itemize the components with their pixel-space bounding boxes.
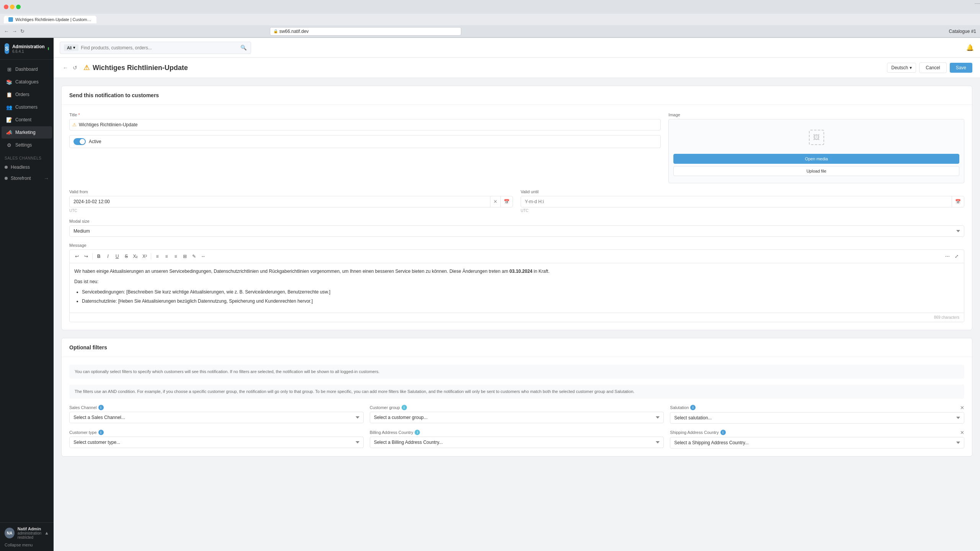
subscript-button[interactable]: X₂: [131, 252, 140, 261]
search-type-button[interactable]: All ▾: [64, 44, 78, 51]
active-toggle[interactable]: [74, 138, 86, 145]
link-button[interactable]: ✎: [190, 252, 198, 261]
sidebar-item-dashboard[interactable]: ⊞ Dashboard: [2, 63, 52, 75]
filter-info-1: You can optionally select filters to spe…: [69, 365, 964, 379]
search-input[interactable]: [81, 45, 238, 51]
shipping-country-label-row: Shipping Address Country i ✕: [670, 430, 964, 435]
top-bar-actions: 🔔: [966, 44, 974, 51]
sidebar-item-marketing[interactable]: 📣 Marketing: [2, 126, 52, 139]
billing-country-group: Billing Address Country i Select a Billi…: [370, 430, 664, 448]
redo-button[interactable]: ↪: [82, 252, 90, 261]
salutation-remove-button[interactable]: ✕: [960, 405, 964, 411]
language-selector[interactable]: Deutsch ▾: [887, 63, 916, 73]
table-button[interactable]: ⊞: [181, 252, 189, 261]
sidebar-item-settings[interactable]: ⚙ Settings: [2, 139, 52, 151]
customer-type-select[interactable]: Select customer type...: [69, 437, 364, 448]
image-label: Image: [668, 112, 964, 117]
valid-from-hint: UTC: [69, 209, 513, 213]
title-label: Title *: [69, 112, 661, 117]
salutation-info-icon: i: [690, 405, 696, 410]
undo-button[interactable]: ↩: [73, 252, 81, 261]
chevron-down-icon: ▾: [910, 65, 912, 70]
sidebar-item-content[interactable]: 📝 Content: [2, 114, 52, 126]
active-tab[interactable]: Wichtiges Richtlinien-Update | Customer …: [4, 16, 96, 23]
toolbar-separator-2: [151, 253, 151, 259]
avatar: NA: [5, 528, 15, 538]
active-toggle-row: Active: [69, 135, 661, 148]
close-window-button[interactable]: [4, 5, 8, 9]
bold-button[interactable]: B: [95, 252, 103, 261]
forward-nav-button[interactable]: ↺: [71, 64, 79, 72]
date-picker-button[interactable]: 📅: [500, 196, 513, 207]
billing-country-label-row: Billing Address Country i: [370, 430, 664, 435]
sidebar-item-storefront[interactable]: Storefront →: [0, 173, 54, 184]
title-input[interactable]: [69, 119, 661, 130]
salutation-select[interactable]: Select salutation...: [670, 412, 964, 424]
filter-info-2: The filters use an AND condition. For ex…: [69, 385, 964, 399]
toggle-knob: [80, 139, 85, 144]
app-logo: S: [5, 43, 9, 54]
collapse-menu-button[interactable]: Collapse menu: [5, 543, 49, 547]
sidebar-footer: NA Natif Admin administration restricted…: [0, 522, 54, 551]
italic-button[interactable]: I: [104, 252, 112, 261]
shipping-country-remove-button[interactable]: ✕: [960, 430, 964, 435]
sales-channel-label: Sales Channel: [69, 405, 97, 410]
sales-channel-select[interactable]: Select a Sales Channel...: [69, 412, 364, 423]
sidebar-item-catalogues[interactable]: 📚 Catalogues: [2, 76, 52, 88]
superscript-button[interactable]: X²: [140, 252, 149, 261]
maximize-window-button[interactable]: [16, 5, 21, 9]
sales-channel-label-row: Sales Channel i: [69, 405, 364, 410]
warning-icon-small: ⚠: [72, 122, 77, 127]
date-picker-until-button[interactable]: 📅: [952, 196, 964, 207]
shipping-country-select[interactable]: Select a Shipping Address Country...: [670, 437, 964, 448]
window-controls[interactable]: [4, 5, 21, 9]
underline-button[interactable]: U: [113, 252, 121, 261]
strikethrough-button[interactable]: S: [122, 252, 131, 261]
sidebar-item-orders[interactable]: 📋 Orders: [2, 88, 52, 101]
align-center-button[interactable]: ≡: [162, 252, 171, 261]
user-profile[interactable]: NA Natif Admin administration restricted…: [5, 527, 49, 540]
notification-button[interactable]: 🔔: [966, 44, 974, 51]
image-placeholder: 🖼: [809, 130, 824, 145]
clear-date-button[interactable]: ✕: [490, 196, 500, 207]
valid-until-input[interactable]: [521, 196, 952, 207]
settings-icon: ⚙: [6, 142, 12, 148]
refresh-button[interactable]: ↻: [20, 28, 24, 34]
customer-group-select[interactable]: Select a customer group...: [370, 412, 664, 423]
customer-type-label: Customer type: [69, 430, 97, 435]
storefront-label: Storefront: [11, 176, 31, 181]
save-button[interactable]: Save: [950, 63, 972, 73]
cancel-button[interactable]: Cancel: [919, 62, 946, 73]
upload-file-button[interactable]: Upload file: [673, 166, 959, 176]
fullscreen-button[interactable]: ⤢: [952, 252, 961, 261]
filters-section-body: You can optionally select filters to spe…: [62, 357, 972, 456]
billing-country-select[interactable]: Select a Billing Address Country...: [370, 437, 664, 448]
customer-group-info-icon: i: [402, 405, 407, 410]
editor-toolbar: ↩ ↪ B I U S X₂ X² ≡ ≡: [70, 250, 964, 263]
page-title: ⚠ Wichtiges Richtlinien-Update: [83, 64, 882, 72]
code-button[interactable]: ↔: [199, 252, 207, 261]
message-editor-content[interactable]: Wir haben einige Aktualisierungen an uns…: [70, 263, 964, 313]
minimize-window-button[interactable]: [10, 5, 15, 9]
search-submit-button[interactable]: 🔍: [240, 45, 247, 51]
back-nav-button[interactable]: ←: [61, 64, 70, 72]
back-button[interactable]: ←: [4, 28, 9, 34]
image-upload-area: — 🖼 Open media Upload file: [668, 119, 964, 183]
open-media-button[interactable]: Open media: [673, 154, 959, 164]
valid-until-hint: UTC: [521, 209, 964, 213]
app-version: 6.6.4.1: [12, 49, 45, 54]
forward-button[interactable]: →: [12, 28, 17, 34]
message-editor: ↩ ↪ B I U S X₂ X² ≡ ≡: [69, 249, 964, 322]
filter-grid: Sales Channel i Select a Sales Channel..…: [69, 405, 964, 448]
marketing-icon: 📣: [6, 129, 12, 135]
notification-section-title: Send this notification to customers: [69, 92, 159, 98]
sidebar-item-customers[interactable]: 👥 Customers: [2, 101, 52, 113]
sidebar-nav: ⊞ Dashboard 📚 Catalogues 📋 Orders 👥 Cust…: [0, 60, 54, 522]
modal-size-select[interactable]: Small Medium Large: [69, 225, 964, 237]
align-right-button[interactable]: ≡: [172, 252, 180, 261]
sidebar-item-headless[interactable]: Headless: [0, 162, 54, 173]
required-marker: *: [78, 112, 80, 117]
align-left-button[interactable]: ≡: [153, 252, 162, 261]
more-options-button[interactable]: ⋯: [943, 252, 952, 261]
valid-from-input[interactable]: [70, 196, 490, 207]
